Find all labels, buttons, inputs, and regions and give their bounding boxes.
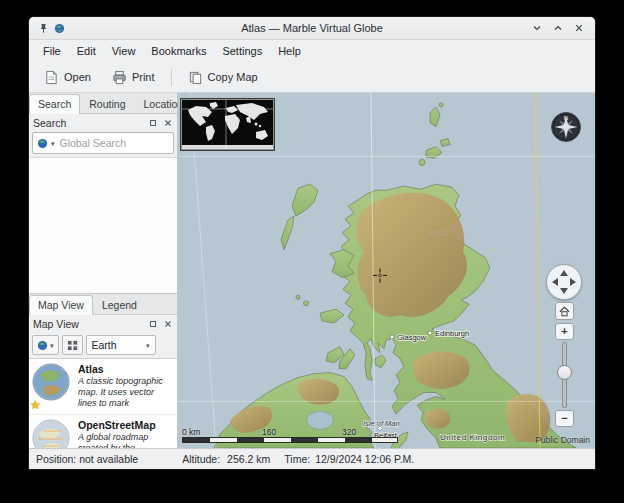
compass-rose[interactable]: N xyxy=(550,110,582,142)
time-value: 12/9/2024 12:06 P.M. xyxy=(315,453,414,465)
map-view-panel-title: Map View xyxy=(33,318,79,330)
search-field[interactable]: ▾ xyxy=(32,132,174,154)
close-panel-icon[interactable] xyxy=(162,318,173,329)
tab-legend[interactable]: Legend xyxy=(93,295,146,314)
menu-file[interactable]: File xyxy=(35,42,69,60)
pan-left-arrow-icon[interactable] xyxy=(552,278,558,286)
window-title: Atlas — Marble Virtual Globe xyxy=(29,22,595,34)
print-button[interactable]: Print xyxy=(103,66,164,89)
open-document-icon xyxy=(44,70,59,85)
scale-end-label: 320 xyxy=(342,427,356,437)
celestial-body-select[interactable]: Earth ▾ xyxy=(86,335,156,355)
pan-up-arrow-icon[interactable] xyxy=(560,270,568,276)
copy-map-label: Copy Map xyxy=(208,71,258,83)
menu-bookmarks[interactable]: Bookmarks xyxy=(143,42,214,60)
theme-item-atlas[interactable]: ★ Atlas A classic topographic map. It us… xyxy=(29,359,177,415)
search-panel-title: Search xyxy=(33,117,66,129)
theme-item-openstreetmap[interactable]: ★ OpenStreetMap A global roadmap created… xyxy=(29,415,177,448)
search-input[interactable] xyxy=(58,136,169,150)
close-button[interactable] xyxy=(572,21,586,35)
tab-routing[interactable]: Routing xyxy=(80,94,134,113)
favorite-star-icon: ★ xyxy=(30,399,41,411)
atlas-globe-thumbnail xyxy=(32,363,70,401)
toolbar: Open Print Copy Map xyxy=(29,62,595,93)
edinburgh-label: Edinburgh xyxy=(435,329,469,338)
compass-north-label: N xyxy=(564,115,568,121)
statusbar: Position: not available Altitude: 256.2 … xyxy=(29,448,595,469)
close-panel-icon[interactable] xyxy=(162,117,173,128)
menu-view[interactable]: View xyxy=(104,42,144,60)
zoom-slider-knob[interactable] xyxy=(557,365,572,380)
bottom-dock: Map View Legend Map View xyxy=(29,293,177,448)
projection-caret-icon: ▾ xyxy=(50,342,54,349)
open-label: Open xyxy=(64,71,91,83)
map-attribution: Public Domain xyxy=(535,435,590,445)
scale-mid-label: 160 xyxy=(262,427,276,437)
map-theme-list: ★ Atlas A classic topographic map. It us… xyxy=(29,358,177,448)
copy-map-button[interactable]: Copy Map xyxy=(179,66,267,89)
app-window: Atlas — Marble Virtual Globe File Edit V… xyxy=(29,17,595,469)
home-icon xyxy=(558,305,571,318)
projection-button[interactable]: ▾ xyxy=(32,335,59,355)
search-provider-globe-icon[interactable] xyxy=(37,138,48,149)
osm-globe-thumbnail xyxy=(32,419,70,448)
celestial-body-value: Earth xyxy=(92,339,117,351)
minimize-button[interactable] xyxy=(530,21,544,35)
menu-help[interactable]: Help xyxy=(270,42,309,60)
theme-description: A classic topographic map. It uses vecto… xyxy=(78,376,174,410)
altitude-value: 256.2 km xyxy=(227,453,270,465)
scale-ruler xyxy=(182,437,398,443)
search-results-list[interactable] xyxy=(29,157,177,293)
map-view-panel-header: Map View xyxy=(29,315,177,332)
map-area: Glasgow Edinburgh Belfast Isle of Man Un… xyxy=(178,93,595,448)
maximize-button[interactable] xyxy=(551,21,565,35)
pan-down-arrow-icon[interactable] xyxy=(560,288,568,294)
scale-start-label: 0 km xyxy=(182,427,200,437)
bottom-tabbar: Map View Legend xyxy=(29,294,177,315)
float-panel-icon[interactable] xyxy=(147,318,158,329)
open-button[interactable]: Open xyxy=(35,66,100,89)
app-icon xyxy=(54,23,65,34)
tab-search[interactable]: Search xyxy=(29,94,80,114)
grid-view-icon xyxy=(67,340,78,351)
pan-right-arrow-icon[interactable] xyxy=(570,278,576,286)
tab-map-view[interactable]: Map View xyxy=(29,295,93,315)
combo-caret-icon: ▾ xyxy=(146,342,150,349)
titlebar[interactable]: Atlas — Marble Virtual Globe xyxy=(29,17,595,40)
zoom-out-button[interactable]: − xyxy=(555,410,574,427)
menubar: File Edit View Bookmarks Settings Help xyxy=(29,40,595,62)
float-panel-icon[interactable] xyxy=(147,117,158,128)
theme-name: Atlas xyxy=(78,363,174,375)
copy-icon xyxy=(188,70,203,85)
theme-name: OpenStreetMap xyxy=(78,419,174,431)
united-kingdom-label: United Kingdom xyxy=(440,433,505,442)
pan-control[interactable] xyxy=(546,264,582,300)
search-provider-caret-icon[interactable]: ▾ xyxy=(51,140,55,147)
map-view-controls: ▾ Earth ▾ xyxy=(29,332,177,358)
home-button[interactable] xyxy=(555,302,574,320)
pin-icon[interactable] xyxy=(38,23,49,34)
menu-edit[interactable]: Edit xyxy=(69,42,104,60)
position-status: Position: not available xyxy=(36,453,138,465)
toolbar-separator xyxy=(171,68,172,86)
zoom-in-button[interactable]: + xyxy=(555,323,574,340)
sidebar: Search Routing Location Search xyxy=(29,93,178,448)
glasgow-label: Glasgow xyxy=(397,333,427,342)
theme-description: A global roadmap created by the OpenStre… xyxy=(78,432,174,448)
search-panel-header: Search xyxy=(29,114,177,131)
menu-settings[interactable]: Settings xyxy=(214,42,270,60)
print-label: Print xyxy=(132,71,155,83)
altitude-label: Altitude: xyxy=(182,453,220,465)
top-tabbar: Search Routing Location xyxy=(29,93,177,114)
glasgow-marker[interactable] xyxy=(390,335,394,339)
edinburgh-marker[interactable] xyxy=(428,331,432,335)
scale-bar: 0 km 160 320 xyxy=(182,427,398,443)
time-label: Time: xyxy=(284,453,310,465)
printer-icon xyxy=(112,70,127,85)
view-mode-button[interactable] xyxy=(62,335,83,355)
overview-map[interactable] xyxy=(181,99,274,150)
projection-globe-icon xyxy=(37,340,48,351)
